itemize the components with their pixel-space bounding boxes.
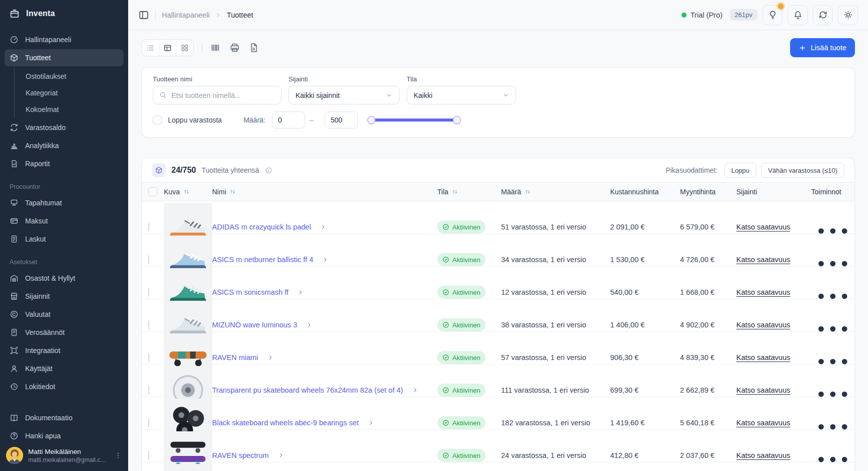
user-menu-kebab-icon[interactable] — [114, 451, 122, 459]
sidebar-item-maksut[interactable]: Maksut — [5, 212, 124, 229]
status-label: Tila — [407, 75, 516, 83]
table-view-button[interactable] — [159, 40, 176, 56]
status-badge: Aktiivinen — [437, 318, 486, 331]
column-header-nimi[interactable]: Nimi — [212, 188, 437, 196]
sidebar-subitem-ostotilaukset[interactable]: Ostotilaukset — [16, 68, 124, 84]
column-header-myyntihinta: Myyntihinta — [680, 188, 736, 196]
sidebar-item-varastosaldo[interactable]: Varastosaldo — [5, 119, 124, 136]
expand-chevron-icon[interactable] — [277, 452, 284, 459]
row-checkbox[interactable] — [148, 320, 149, 329]
breadcrumb-dashboard[interactable]: Hallintapaneeli — [162, 11, 210, 19]
expand-chevron-icon[interactable] — [367, 419, 374, 426]
product-name-link[interactable]: RAVEN miami — [212, 354, 258, 362]
sale-price-cell: 4 902,00 € — [680, 321, 736, 329]
sidebar-item-hallintapaneeli[interactable]: Hallintapaneeli — [5, 31, 124, 48]
location-select[interactable]: Kaikki sijainnit — [288, 86, 400, 104]
availability-link[interactable]: Katso saatavuus — [736, 223, 790, 231]
sidebar-item-kayttajat[interactable]: Käyttäjät — [5, 360, 124, 377]
help-icon — [10, 431, 19, 440]
table-header: Kuva Nimi Tila Määrä Kustannushinta Myyn… — [142, 182, 854, 201]
sidebar-item-dokumentaatio[interactable]: Dokumentaatio — [5, 409, 124, 426]
row-checkbox[interactable] — [148, 418, 149, 427]
status-badge: Aktiivinen — [437, 286, 486, 299]
availability-link[interactable]: Katso saatavuus — [736, 288, 790, 296]
status-badge: Aktiivinen — [437, 449, 486, 462]
expand-chevron-icon[interactable] — [322, 256, 329, 263]
availability-link[interactable]: Katso saatavuus — [736, 419, 790, 427]
column-header-tila[interactable]: Tila — [437, 188, 501, 196]
grid-view-button[interactable] — [176, 40, 193, 56]
sidebar-toggle-icon[interactable] — [138, 10, 149, 21]
refresh-button[interactable] — [813, 5, 833, 25]
product-name-link[interactable]: ASICS m sonicsmash ff — [212, 288, 288, 296]
expand-chevron-icon[interactable] — [320, 223, 327, 230]
slider-handle-min[interactable] — [367, 116, 375, 124]
trial-status: Trial (Pro) — [682, 11, 723, 19]
sidebar-item-analytiikka[interactable]: Analytiikka — [5, 137, 124, 154]
availability-link[interactable]: Katso saatavuus — [736, 451, 790, 459]
row-checkbox[interactable] — [148, 288, 149, 297]
sidebar-subitem-kokoelmat[interactable]: Kokoelmat — [16, 101, 124, 117]
slider-handle-max[interactable] — [453, 116, 461, 124]
sidebar-item-integraatiot[interactable]: Integraatiot — [5, 342, 124, 359]
add-product-button[interactable]: Lisää tuote — [790, 38, 855, 57]
products-count: 24/750 — [171, 166, 196, 175]
expand-chevron-icon[interactable] — [267, 354, 274, 361]
product-search-input[interactable] — [153, 86, 281, 104]
product-name-link[interactable]: ADIDAS m crazyquick ls padel — [212, 223, 311, 231]
avatar — [6, 447, 23, 464]
quantity-max-input[interactable] — [325, 111, 358, 129]
column-header-kuva[interactable]: Kuva — [164, 188, 212, 196]
sidebar-subitem-kategoriat[interactable]: Kategoriat — [16, 84, 124, 101]
out-of-stock-label: Loppu varastosta — [168, 116, 222, 124]
sidebar-item-osastot-hyllyt[interactable]: Osastot & Hyllyt — [5, 270, 124, 287]
quantity-range-dash: – — [310, 116, 314, 124]
user-card[interactable]: Matti Meikäläinen matti.meikalainen@gmai… — [0, 442, 128, 471]
out-of-stock-checkbox[interactable] — [153, 115, 162, 125]
notifications-button[interactable] — [788, 5, 808, 25]
row-checkbox[interactable] — [148, 255, 149, 264]
status-select[interactable]: Kaikki — [407, 86, 516, 104]
expand-chevron-icon[interactable] — [306, 321, 313, 328]
info-icon — [265, 167, 272, 174]
list-view-button[interactable] — [142, 40, 159, 56]
quick-filter-button[interactable]: Vähän varastossa (≤10) — [761, 163, 844, 178]
product-name-link[interactable]: Transparent pu skateboard wheels 76x24mm… — [212, 386, 403, 394]
row-checkbox[interactable] — [148, 353, 149, 362]
storefront-icon — [10, 292, 19, 301]
quantity-cell: 111 varastossa, 1 eri versio — [501, 386, 610, 394]
expand-chevron-icon[interactable] — [412, 387, 419, 394]
availability-link[interactable]: Katso saatavuus — [736, 386, 790, 394]
expand-chevron-icon[interactable] — [297, 289, 304, 296]
select-all-checkbox[interactable] — [148, 187, 157, 196]
sidebar-item-verosaannot[interactable]: Verosäännöt — [5, 324, 124, 341]
export-file-icon[interactable] — [248, 42, 259, 53]
barcode-icon[interactable] — [210, 42, 221, 53]
sidebar-item-valuutat[interactable]: Valuutat — [5, 306, 124, 323]
product-name-link[interactable]: Black skateboard wheels abec-9 bearings … — [212, 419, 359, 427]
quick-filter-button[interactable]: Loppu — [724, 163, 756, 178]
product-name-link[interactable]: ASICS m netburner ballistic ff 4 — [212, 256, 313, 264]
row-checkbox[interactable] — [148, 451, 149, 460]
row-checkbox[interactable] — [148, 222, 149, 231]
sidebar-item-tapahtumat[interactable]: Tapahtumat — [5, 194, 124, 211]
availability-link[interactable]: Katso saatavuus — [736, 256, 790, 264]
check-circle-icon — [442, 321, 449, 328]
sidebar-item-lokitiedot[interactable]: Lokitiedot — [5, 378, 124, 395]
quantity-min-input[interactable] — [272, 111, 305, 129]
sidebar-item-hanki-apua[interactable]: Hanki apua — [5, 427, 124, 442]
sort-icon — [524, 188, 531, 195]
print-icon[interactable] — [229, 42, 240, 53]
row-checkbox[interactable] — [148, 386, 149, 395]
sidebar-item-tuotteet[interactable]: Tuotteet — [5, 49, 124, 66]
tips-button[interactable] — [762, 5, 783, 25]
theme-toggle-button[interactable] — [838, 5, 858, 25]
sidebar-item-sijainnit[interactable]: Sijainnit — [5, 288, 124, 305]
column-header-maara[interactable]: Määrä — [501, 188, 610, 196]
sidebar-item-laskut[interactable]: Laskut — [5, 230, 124, 248]
sidebar-item-raportit[interactable]: Raportit — [5, 155, 124, 172]
availability-link[interactable]: Katso saatavuus — [736, 321, 790, 329]
product-name-link[interactable]: MIZUNO wave luminous 3 — [212, 321, 297, 329]
product-name-link[interactable]: RAVEN spectrum — [212, 451, 269, 459]
availability-link[interactable]: Katso saatavuus — [736, 354, 790, 362]
